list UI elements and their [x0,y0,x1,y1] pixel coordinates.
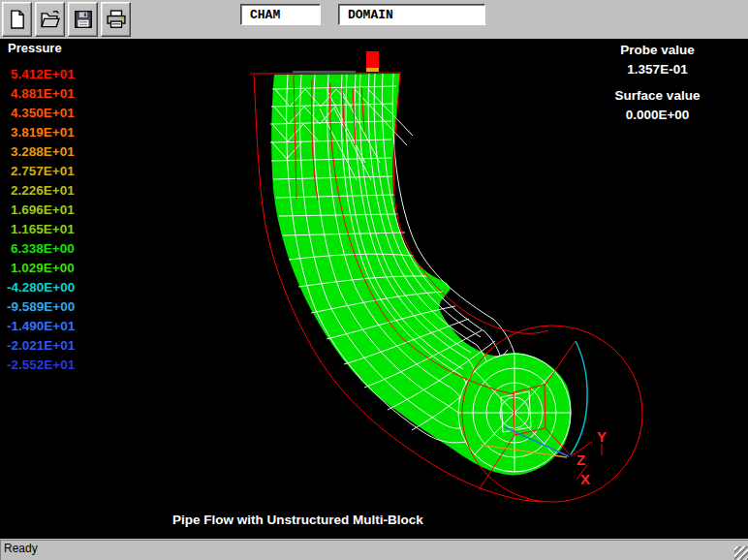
legend-title: Pressure [8,41,75,55]
legend-entry: -9.589E+00 [7,297,75,317]
toolbar [0,0,748,39]
legend-entry: 1.696E+01 [7,201,75,220]
domain-edge-arc [571,341,587,454]
app-window: Y Z X Pressure 5.412E+014.881E+014.350E+… [0,0,748,560]
resize-grip-icon[interactable] [734,546,748,560]
surface-value: 0.000E+00 [587,106,728,125]
legend-entry: -2.552E+01 [7,356,75,375]
plot-caption: Pipe Flow with Unstructured Multi-Block [172,513,423,527]
save-file-button[interactable] [68,2,98,37]
probe-value-label: Probe value [587,41,728,60]
pipe-outlet-face [458,354,571,472]
printer-icon [106,9,127,30]
viewport-canvas[interactable]: Y Z X Pressure 5.412E+014.881E+014.350E+… [0,39,748,539]
save-floppy-icon [73,9,94,30]
status-bar: Ready [0,539,748,560]
legend-entry: 2.226E+01 [7,181,75,201]
new-document-icon [7,9,28,30]
legend-list: 5.412E+014.881E+014.350E+013.819E+013.28… [7,65,75,375]
open-file-button[interactable] [35,2,65,37]
domain-field[interactable] [338,4,485,25]
legend-entry: 3.288E+01 [7,142,75,162]
print-button[interactable] [101,2,131,37]
axis-label-y: Y [597,428,607,445]
legend-entry: -4.280E+00 [7,278,75,297]
probe-marker[interactable] [366,51,379,72]
cham-field[interactable] [240,4,321,25]
open-folder-icon [40,9,61,30]
status-pane [0,540,748,560]
legend-entry: -1.490E+01 [7,317,75,336]
surface-value-label: Surface value [587,86,728,106]
legend-entry: 2.757E+01 [7,162,75,181]
legend-panel: Pressure 5.412E+014.881E+014.350E+013.81… [7,41,75,375]
probe-value: 1.357E-01 [587,60,728,79]
legend-entry: 4.881E+01 [7,84,75,104]
axis-triad: Y Z X [571,428,607,487]
legend-entry: 1.029E+00 [7,259,75,278]
axis-label-z: Z [577,451,585,468]
legend-entry: 1.165E+01 [7,220,75,239]
legend-entry: 4.350E+01 [7,104,75,123]
legend-entry: -2.021E+01 [7,336,75,356]
status-text: Ready [4,542,38,555]
axis-label-x: X [580,471,590,487]
readouts-panel: Probe value 1.357E-01 Surface value 0.00… [587,41,728,125]
legend-entry: 3.819E+01 [7,123,75,142]
legend-entry: 6.338E+00 [7,239,75,259]
new-file-button[interactable] [2,2,32,37]
legend-entry: 5.412E+01 [7,65,75,84]
